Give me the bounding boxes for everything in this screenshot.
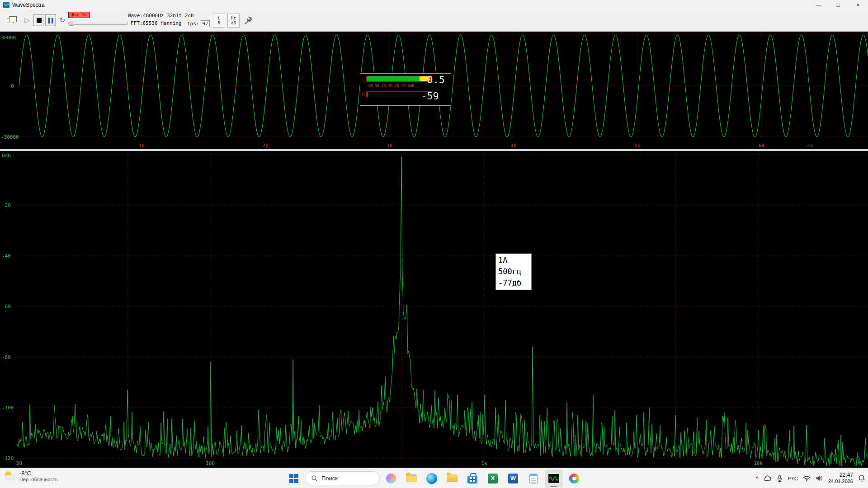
taskbar-item-store[interactable] xyxy=(463,469,481,488)
taskbar-item-notepad[interactable] xyxy=(524,469,542,488)
play-button[interactable]: ▷ xyxy=(22,14,33,26)
system-tray: ^ РУС 22:47 24.01.2026 xyxy=(756,468,865,488)
db-label: dB xyxy=(231,21,236,26)
pause-button[interactable] xyxy=(45,14,56,26)
toolbar: ▷ ↻ Rec In Wave:48000Hz 32bit 2ch FFT:65… xyxy=(0,10,868,32)
spec-x-label: 100 xyxy=(206,460,215,466)
taskbar-item-copilot[interactable] xyxy=(382,469,400,488)
taskbar-item-excel[interactable]: X xyxy=(484,469,502,488)
taskbar: -8°C Пер. облачность Поиск X W xyxy=(0,468,868,488)
clock-date: 24.01.2026 xyxy=(828,479,853,485)
pause-icon xyxy=(48,18,53,23)
copilot-icon xyxy=(386,474,396,483)
window-title: WaveSpectra xyxy=(12,2,45,8)
level-slider[interactable] xyxy=(68,22,128,25)
loop-icon: ↻ xyxy=(60,16,66,24)
taskbar-item-word[interactable]: W xyxy=(504,469,522,488)
wave-x-tick: 50 xyxy=(635,143,641,149)
word-icon: W xyxy=(508,474,518,483)
meter-scale: -60-50-40-30-20-10 0dB xyxy=(366,84,414,88)
hz-label: Hz xyxy=(231,16,236,21)
wave-x-tick: 20 xyxy=(263,143,269,149)
clock-time: 22:47 xyxy=(828,472,853,479)
onedrive-cloud-icon[interactable] xyxy=(764,475,771,481)
axis-hzdb-button[interactable]: Hz dB xyxy=(227,14,240,28)
stop-button[interactable] xyxy=(33,14,44,26)
close-button[interactable]: × xyxy=(848,0,868,10)
wrench-icon xyxy=(243,16,253,26)
taskbar-item-edge[interactable] xyxy=(423,469,441,488)
open-button[interactable] xyxy=(4,14,16,26)
app-icon xyxy=(3,2,9,8)
maximize-button[interactable]: □ xyxy=(828,0,848,10)
fps-label: fps: xyxy=(187,21,199,27)
taskbar-item-file-explorer[interactable] xyxy=(402,469,420,488)
spec-y-label: -40 xyxy=(2,253,11,259)
wavespectra-icon xyxy=(548,474,559,483)
windows-logo-icon xyxy=(289,474,298,483)
notepad-icon xyxy=(529,474,538,483)
taskbar-item-folder[interactable] xyxy=(443,469,461,488)
start-button[interactable] xyxy=(285,469,303,488)
minimize-button[interactable]: — xyxy=(808,0,828,10)
annotation-line: 500гц xyxy=(498,266,529,277)
spec-x-label: 10k xyxy=(754,460,763,466)
volume-icon[interactable] xyxy=(816,475,823,482)
folder-icon xyxy=(447,474,458,482)
wave-x-unit: ms xyxy=(807,143,813,149)
taskbar-clock[interactable]: 22:47 24.01.2026 xyxy=(828,472,853,485)
microphone-icon[interactable] xyxy=(776,475,783,482)
meter-right-value: -59 xyxy=(421,90,439,102)
weather-temp: -8°C xyxy=(19,470,58,477)
spec-y-label: -80 xyxy=(2,354,11,360)
taskbar-item-wavespectra[interactable] xyxy=(545,469,563,488)
annotation-note: 1A 500гц -77дб xyxy=(495,253,532,290)
slider-thumb[interactable] xyxy=(70,21,73,26)
meter-left-label: L xyxy=(362,77,366,81)
search-box[interactable]: Поиск xyxy=(305,471,380,485)
search-placeholder: Поиск xyxy=(321,475,338,482)
wifi-icon[interactable] xyxy=(803,475,811,482)
channel-lr-button[interactable]: L R xyxy=(213,14,225,28)
channel-l-label: L xyxy=(218,16,220,21)
spec-y-label: -20 xyxy=(2,202,11,208)
file-explorer-icon xyxy=(406,474,417,482)
spec-x-label: 1k xyxy=(481,460,487,466)
channel-r-label: R xyxy=(218,21,220,26)
wave-y-label: -30000 xyxy=(1,134,19,140)
weather-widget[interactable]: -8°C Пер. облачность xyxy=(4,470,58,482)
notification-bell-icon[interactable] xyxy=(858,474,865,482)
settings-button[interactable] xyxy=(241,14,255,28)
spectrum-panel: 0dB-20-40-60-80-100-120201001k10k 1A 500… xyxy=(0,151,868,468)
language-indicator[interactable]: РУС xyxy=(788,476,798,481)
fps-value: 97 xyxy=(201,20,210,27)
window-controls: — □ × xyxy=(808,0,868,10)
wave-x-tick: 60 xyxy=(759,143,764,149)
excel-icon: X xyxy=(488,474,498,483)
spec-y-label: -60 xyxy=(2,304,11,310)
edge-icon xyxy=(426,473,437,484)
spectrum-display: 0dB-20-40-60-80-100-120201001k10k xyxy=(0,151,868,468)
titlebar: WaveSpectra — □ × xyxy=(0,0,868,10)
taskbar-item-paint[interactable] xyxy=(565,469,583,488)
paint-icon xyxy=(569,474,579,483)
weather-desc: Пер. облачность xyxy=(19,477,58,482)
wave-x-tick: 30 xyxy=(387,143,392,149)
wave-x-tick: 10 xyxy=(138,143,144,149)
store-icon xyxy=(467,476,477,483)
annotation-line: 1A xyxy=(498,255,529,266)
level-meter: L -60-50-40-30-20-10 0dB R -0.5 -59 xyxy=(360,73,451,106)
annotation-line: -77дб xyxy=(498,277,529,289)
waveform-panel: 102030405060ms300000-30000 L -60-50-40-3… xyxy=(0,32,868,149)
loop-button[interactable]: ↻ xyxy=(57,14,68,26)
open-file-icon xyxy=(7,18,14,23)
stop-icon xyxy=(37,18,42,23)
spec-y-label: -100 xyxy=(2,405,14,411)
spec-y-label: -120 xyxy=(2,455,14,461)
weather-icon xyxy=(4,470,16,482)
spec-x-label: 20 xyxy=(16,460,22,466)
fps-readout: fps:97 xyxy=(187,20,210,27)
spectrum-trace xyxy=(16,157,867,466)
tray-expand-chevron[interactable]: ^ xyxy=(756,475,759,482)
spec-y-label: 0dB xyxy=(2,153,11,159)
